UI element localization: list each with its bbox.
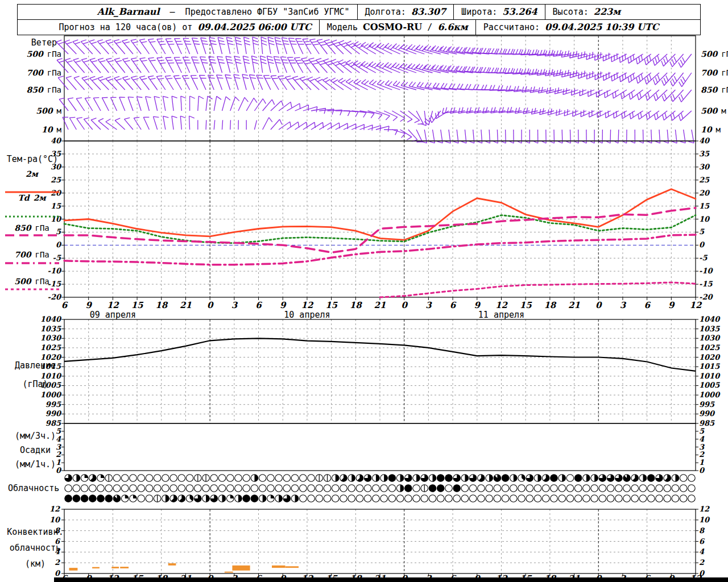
latitude-value: 53.264: [502, 6, 537, 17]
convective-cloud-bar: [120, 567, 129, 568]
svg-text:облачность: облачность: [10, 543, 61, 553]
svg-text:40: 40: [51, 136, 62, 145]
svg-text:9: 9: [85, 300, 92, 310]
svg-text:(км): (км): [25, 559, 46, 569]
svg-text:10: 10: [699, 516, 710, 524]
svg-text:15: 15: [51, 202, 61, 210]
svg-text:11 апреля: 11 апреля: [478, 310, 524, 320]
calc-label: Рассчитано:: [483, 22, 540, 32]
svg-text:-10: -10: [699, 267, 713, 275]
cloudiness-panel: Облачность: [8, 475, 695, 502]
svg-text:25: 25: [699, 176, 710, 184]
svg-text:8: 8: [699, 526, 705, 535]
svg-text:1030: 1030: [40, 334, 62, 342]
svg-text:12: 12: [107, 300, 119, 310]
run-time-value: 09.04.2025 06:00 UTC: [197, 22, 311, 32]
longitude-label: Долгота:: [365, 7, 406, 17]
altitude-value: 223м: [594, 6, 621, 17]
svg-text:4: 4: [699, 435, 705, 443]
svg-text:-15: -15: [48, 280, 61, 288]
svg-text:1030: 1030: [699, 334, 721, 342]
svg-text:Ветер: Ветер: [31, 38, 57, 48]
model-name: COSMO-RU: [363, 22, 422, 32]
convective-cloud-bar: [69, 568, 78, 571]
svg-text:20: 20: [699, 189, 710, 197]
svg-text:Облачность: Облачность: [8, 483, 59, 493]
svg-text:6: 6: [450, 300, 457, 310]
header-line1: Alk_Barnaul — Предоставлено ФГБУ "ЗапСиб…: [18, 5, 700, 19]
svg-text:12: 12: [690, 300, 702, 310]
convective-cloud-bar: [111, 567, 119, 568]
svg-text:995: 995: [699, 400, 715, 409]
svg-text:500гПа: 500гПа: [14, 277, 49, 286]
altitude-label: Высота:: [553, 7, 589, 17]
temperature-panel: 40403535303025252020151510105500-5-5-10-…: [48, 136, 714, 301]
svg-text:35: 35: [699, 149, 710, 158]
svg-text:0: 0: [595, 300, 602, 310]
svg-text:12: 12: [495, 300, 508, 310]
svg-text:0: 0: [207, 300, 214, 310]
svg-text:40: 40: [699, 136, 710, 145]
svg-text:1020: 1020: [699, 353, 721, 361]
svg-text:1000: 1000: [699, 390, 721, 399]
pressure-panel: 1040104010351035103010301025102510201020…: [15, 315, 721, 427]
svg-text:0: 0: [401, 300, 408, 310]
svg-text:2: 2: [55, 558, 60, 567]
svg-text:18: 18: [544, 300, 556, 310]
svg-text:1035: 1035: [699, 325, 720, 333]
svg-text:5: 5: [699, 227, 705, 236]
precipitation-panel: 554433221100(мм/3ч.)Осадки(мм/1ч.): [15, 423, 705, 475]
svg-text:1040: 1040: [40, 315, 62, 323]
svg-text:995: 995: [46, 400, 61, 409]
svg-text:10: 10: [699, 215, 710, 223]
station-name: Alk_Barnaul: [97, 6, 160, 17]
svg-text:700гПа: 700гПа: [26, 68, 61, 77]
model-separator: /: [427, 22, 432, 32]
station-and-provider: Alk_Barnaul — Предоставлено ФГБУ "ЗапСиб…: [90, 5, 357, 19]
svg-text:21: 21: [568, 300, 580, 310]
svg-text:-5: -5: [699, 253, 708, 262]
svg-text:5: 5: [699, 427, 705, 435]
svg-text:3: 3: [425, 300, 432, 310]
forecast-label: Прогноз на 120 часа(ов) от: [59, 22, 193, 32]
longitude-value: 83.307: [411, 6, 446, 17]
svg-text:(гПа): (гПа): [22, 379, 48, 389]
meteogram-page: Alk_Barnaul — Предоставлено ФГБУ "ЗапСиб…: [0, 0, 728, 582]
svg-text:15: 15: [325, 300, 338, 310]
svg-text:0: 0: [56, 240, 62, 249]
svg-text:9: 9: [280, 300, 287, 310]
model-info: Модель COSMO-RU / 6.6км: [319, 20, 475, 35]
wind-panel: Ветер500гПа500гПа700гПа700гПа850гПа850гП…: [26, 36, 728, 143]
svg-text:10: 10: [49, 516, 61, 524]
svg-text:21: 21: [180, 300, 192, 310]
model-label: Модель: [327, 22, 358, 32]
svg-text:850гПа: 850гПа: [14, 223, 49, 232]
svg-text:15: 15: [520, 300, 532, 310]
svg-text:2: 2: [699, 450, 705, 459]
svg-text:30: 30: [699, 163, 710, 171]
pressure-series: [64, 338, 696, 371]
svg-text:500гПа: 500гПа: [701, 49, 728, 59]
longitude: Долгота: 83.307: [357, 5, 454, 19]
wind-barbs-500-м: [59, 96, 692, 126]
forecast-run: Прогноз на 120 часа(ов) от 09.04.2025 06…: [52, 20, 319, 35]
svg-text:(мм/3ч.): (мм/3ч.): [15, 431, 56, 441]
svg-text:6: 6: [255, 300, 262, 310]
svg-text:15: 15: [131, 300, 144, 310]
cloud-row-upper: [65, 475, 695, 482]
svg-text:6: 6: [61, 300, 68, 310]
svg-text:18: 18: [155, 300, 168, 310]
svg-text:2: 2: [56, 450, 61, 459]
provider-text: Предоставлено ФГБУ "ЗапСиб УГМС": [185, 7, 350, 17]
convective-cloud-bar: [92, 567, 100, 568]
svg-text:12: 12: [301, 300, 313, 310]
svg-text:Давление: Давление: [15, 360, 56, 371]
svg-text:1: 1: [699, 458, 704, 467]
svg-text:985: 985: [699, 419, 715, 427]
time-axis: 6912151821036912151821036912151821036912…: [61, 300, 702, 320]
svg-text:1: 1: [56, 458, 61, 467]
svg-text:6: 6: [699, 537, 705, 546]
svg-text:25: 25: [51, 176, 61, 184]
svg-text:1025: 1025: [40, 343, 61, 352]
svg-text:3: 3: [56, 443, 61, 451]
